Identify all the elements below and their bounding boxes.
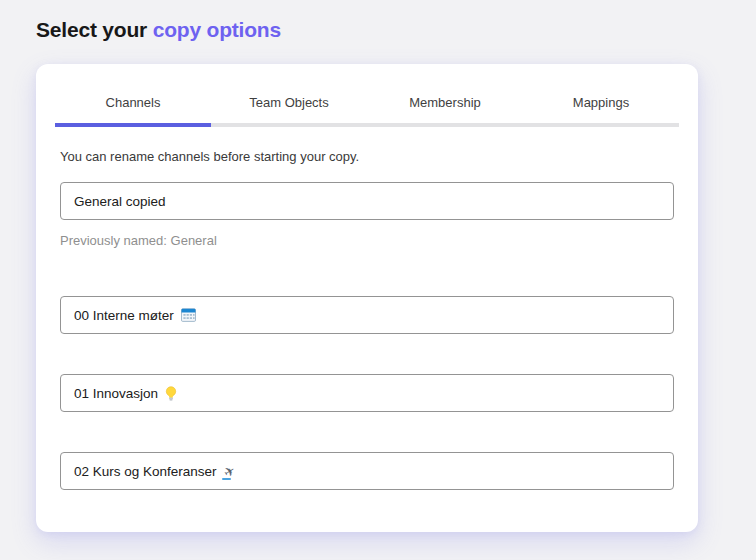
tab-underline-track [55,123,679,127]
calendar-icon [181,308,196,322]
page-title-highlight: copy options [153,18,281,41]
rename-description: You can rename channels before starting … [60,149,674,164]
channel-name-value: 02 Kurs og Konferanser [74,464,217,479]
channel-name-input-interne-moter[interactable]: 00 Interne møter [60,296,674,334]
page-title: Select your copy options [36,18,720,42]
copy-options-card: Channels Team Objects Membership Mapping… [36,64,698,532]
tab-underline-active [55,123,211,127]
channel-name-value: 00 Interne møter [74,308,174,323]
channel-name-input-innovasjon[interactable]: 01 Innovasjon [60,374,674,412]
airplane-departure-icon: ✈ [224,464,235,479]
lightbulb-icon [165,386,177,401]
tab-membership[interactable]: Membership [367,80,523,123]
tab-underline-inactive [523,123,679,127]
channel-name-value: 01 Innovasjon [74,386,158,401]
channel-name-value: General copied [74,194,166,209]
channel-name-input-general[interactable]: General copied [60,182,674,220]
tab-mappings[interactable]: Mappings [523,80,679,123]
page-title-prefix: Select your [36,18,153,41]
page: Select your copy options Channels Team O… [0,0,756,532]
tab-underline-inactive [211,123,367,127]
tab-team-objects[interactable]: Team Objects [211,80,367,123]
previously-named-helper: Previously named: General [60,233,674,248]
tab-channels[interactable]: Channels [55,80,211,123]
channel-name-input-kurs-og-konferanser[interactable]: 02 Kurs og Konferanser ✈ [60,452,674,490]
tab-bar: Channels Team Objects Membership Mapping… [55,80,679,123]
tab-underline-inactive [367,123,523,127]
